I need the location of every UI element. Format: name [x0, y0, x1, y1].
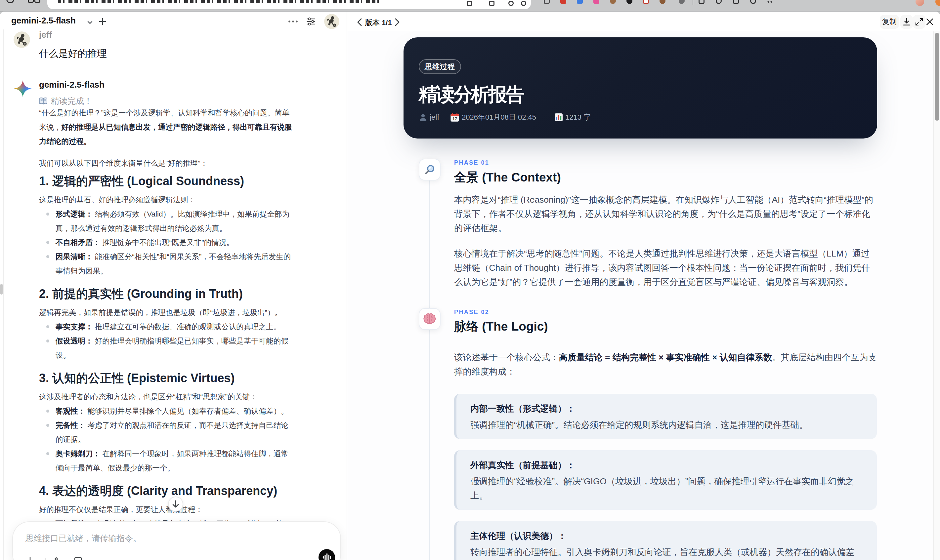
section-2-lead: 逻辑再完美，如果前提是错误的，推理也是垃圾（即“垃圾进，垃圾出”）。 [39, 305, 294, 320]
svg-text:17: 17 [453, 117, 457, 122]
list-item: 不自相矛盾： 推理链条中不能出现“既是又非”的情况。 [39, 235, 294, 249]
artifact-document: 思维过程 精读分析报告 jeff 17 [347, 31, 933, 560]
assistant-status-text: 精读完成！ [51, 95, 92, 106]
bookmark-star-icon[interactable] [521, 1, 526, 6]
close-icon [926, 18, 933, 25]
intro-bold: 好的推理是从已知信息出发，通过严密的逻辑路径，得出可靠且有说服力结论的过程。 [39, 123, 292, 145]
list-item: 奥卡姆剃刀： 在解释同一个现象时，如果两种推理都能站得住脚，通常倾向于最简单、假… [39, 447, 294, 475]
chevron-down-icon[interactable] [87, 19, 93, 26]
section-2-list: 事实支撑： 推理建立在可靠的数据、准确的观测或公认的真理之上。 假设透明： 好的… [39, 320, 294, 362]
settings-gear-icon[interactable] [679, 0, 685, 4]
reader-icon[interactable] [509, 1, 514, 6]
notebook-icon[interactable] [74, 557, 82, 560]
download-icon [903, 18, 910, 26]
play-icon[interactable] [716, 0, 722, 4]
profile-avatar[interactable] [915, 0, 924, 6]
report-header-card: 思维过程 精读分析报告 jeff 17 [404, 37, 877, 138]
chevron-left-icon[interactable] [356, 18, 362, 26]
apps-diamond-icon[interactable] [51, 557, 61, 560]
word-count-icon [554, 113, 563, 122]
phase-1-section: PHASE 01 全景 (The Context) 本内容是对“推理 (Reas… [404, 158, 877, 289]
close-artifact-button[interactable] [924, 15, 935, 29]
history-icon[interactable] [750, 0, 756, 4]
version-label: 版本 1/1 [365, 18, 392, 28]
bullet-term: 因果清晰： [55, 252, 93, 261]
copy-button[interactable]: 复制 [880, 15, 899, 29]
fullscreen-icon [915, 18, 923, 26]
account-avatar[interactable] [324, 14, 339, 29]
sidebar-icon[interactable] [28, 0, 34, 3]
bullet-term: 事实支撑： [55, 323, 93, 331]
artifact-toolbar: 版本 1/1 复制 [347, 12, 940, 31]
message-input-box[interactable]: 思维接口已就绪，请传输指令。 [12, 522, 341, 560]
report-word-count: 1213 字 [565, 112, 591, 122]
reload-icon[interactable] [6, 0, 14, 3]
list-item: 假设透明： 好的推理会明确指明哪些是已知事实，哪些是基于可能的假设。 [39, 334, 294, 362]
controls-icon[interactable] [306, 17, 316, 25]
section-4-lead: 好的推理不仅仅是结果正确，更要让人看清过程： [39, 503, 294, 517]
artifact-scrollbar[interactable] [933, 31, 940, 560]
apps-grid-icon[interactable] [767, 0, 773, 4]
media-icon[interactable] [489, 1, 495, 6]
bullet-text: 推理建立在可靠的数据、准确的观测或公认的真理之上。 [93, 323, 281, 331]
artifact-scrollbar-thumb[interactable] [935, 33, 939, 121]
list-item: 形式逻辑： 结构必须有效（Valid）。比如演绎推理中，如果前提全部为真，那么通… [39, 207, 294, 235]
new-chat-plus-icon[interactable] [99, 17, 106, 25]
arrow-down-icon [172, 500, 179, 508]
gemini-spark-icon [14, 80, 32, 97]
section-3-list: 客观性： 能够识别并尽量排除个人偏见（如幸存者偏差、确认偏差）。 完备性： 考虑… [39, 404, 294, 475]
phase-2-lead: 该论述基于一个核心公式：高质量结论 = 结构完整性 × 事实准确性 × 认知自律… [454, 351, 877, 379]
tab-icon[interactable] [34, 0, 40, 3]
input-placeholder: 思维接口已就绪，请传输指令。 [25, 533, 141, 544]
bullet-term: 假设透明： [55, 337, 93, 345]
list-item: 客观性： 能够识别并尽量排除个人偏见（如幸存者偏差、确认偏差）。 [39, 404, 294, 418]
bullet-text: 考虑了对立的观点和潜在的反证，而不是只选择支持自己结论的证据。 [55, 421, 288, 444]
translate-icon[interactable] [467, 1, 472, 6]
extension-pink-icon[interactable] [593, 0, 599, 4]
assistant-message: “什么是好的推理？”这是一个涉及逻辑学、认知科学和哲学核心的问题。简单来说，好的… [39, 106, 294, 554]
extension-puzzle-icon[interactable] [544, 0, 550, 4]
extension-black-icon[interactable] [626, 0, 632, 4]
bullet-term: 奥卡姆剃刀： [55, 449, 100, 458]
extension-circle-icon[interactable] [660, 0, 666, 4]
extension-blue-icon[interactable] [577, 0, 583, 4]
report-badge: 思维过程 [419, 59, 461, 74]
bullet-term: 完备性： [55, 421, 85, 429]
report-title: 精读分析报告 [419, 81, 523, 108]
input-separator [45, 558, 46, 560]
open-book-icon [39, 97, 48, 105]
more-options-icon[interactable] [287, 17, 299, 26]
address-bar[interactable] [47, 0, 531, 9]
phase-1-paragraph-1: 本内容是对“推理 (Reasoning)”这一抽象概念的高层建模。在知识爆炸与人… [454, 193, 877, 235]
phase-1-title: 全景 (The Context) [454, 169, 877, 186]
user-message: 什么是好的推理 [39, 47, 106, 61]
section-1-lead: 这是推理的基石。好的推理必须遵循逻辑法则： [39, 193, 294, 207]
scroll-to-bottom-button[interactable] [168, 497, 183, 512]
magnifier-emoji-icon [419, 158, 441, 180]
model-selector[interactable]: gemini-2.5-flash [11, 15, 76, 26]
profile-avatar-2[interactable] [935, 0, 940, 6]
section-2-title: 2. 前提的真实性 (Grounding in Truth) [39, 287, 294, 301]
download-button[interactable] [900, 15, 913, 29]
lead-plain: 该论述基于一个核心公式： [454, 352, 559, 362]
extension-brown-icon[interactable] [610, 0, 616, 4]
logic-card-text: 转向推理者的心理特征。引入奥卡姆剃刀和反向论证，旨在克服人类（或机器）天然存在的… [470, 545, 861, 560]
split-view-icon[interactable] [698, 0, 704, 4]
section-1-title: 1. 逻辑的严密性 (Logical Soundness) [39, 174, 294, 188]
report-meta: jeff 17 2026年01月08日 02:45 [419, 111, 591, 123]
voice-mode-button[interactable] [319, 549, 335, 560]
artifact-pane: 版本 1/1 复制 [347, 12, 940, 560]
waveform-icon [322, 553, 331, 560]
chevron-right-icon[interactable] [394, 18, 400, 26]
logic-card-title: 外部真实性（前提基础）： [470, 458, 861, 472]
assistant-name: gemini-2.5-flash [39, 80, 105, 90]
logic-card-text: 强调推理的“经验校准”。解决“GIGO（垃圾进，垃圾出）”问题，确保推理引擎运行… [470, 474, 861, 503]
extension-square-icon[interactable] [643, 0, 649, 4]
url-text-clipped [58, 0, 380, 3]
assistant-status: 精读完成！ [39, 95, 92, 106]
fullscreen-button[interactable] [913, 15, 925, 29]
box-icon[interactable] [733, 0, 739, 4]
extension-red-icon[interactable] [560, 0, 566, 4]
attach-plus-icon[interactable] [25, 556, 35, 560]
user-message-avatar [14, 31, 30, 48]
